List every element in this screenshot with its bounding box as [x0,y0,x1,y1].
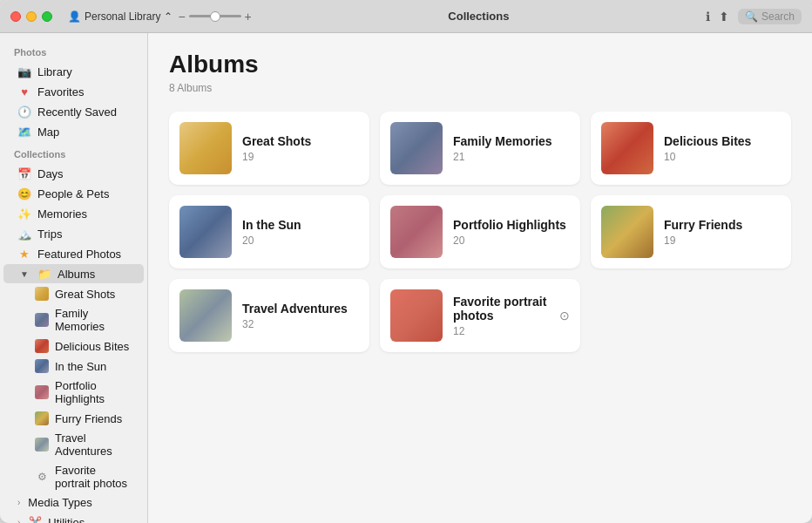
album-card-in-the-sun[interactable]: In the Sun 20 [169,195,369,268]
sidebar-item-favorites-label: Favorites [37,85,84,98]
album-card-great-shots[interactable]: Great Shots 19 [169,112,369,185]
great-shots-info: Great Shots 19 [242,134,359,163]
favorite-portrait-count: 12 [453,325,549,337]
sidebar: Photos 📷 Library ♥ Favorites 🕐 Recently … [0,33,148,523]
search-box[interactable]: 🔍 Search [738,9,802,24]
sidebar-item-recently-saved[interactable]: 🕐 Recently Saved [3,102,144,121]
sidebar-item-albums[interactable]: ▼ 📁 Albums [3,264,144,283]
in-the-sun-mini-thumb [35,359,49,373]
sidebar-item-memories[interactable]: ✨ Memories [3,204,144,223]
album-card-travel-adventures[interactable]: Travel Adventures 32 [169,279,369,352]
favorite-portrait-thumb [390,289,443,342]
sidebar-item-people-pets-label: People & Pets [37,187,109,200]
album-card-favorite-portrait[interactable]: Favorite portrait photos 12 ⊙ [380,279,580,352]
smart-album-icon: ⊙ [559,309,570,323]
in-the-sun-thumb [179,206,232,258]
favorite-portrait-icon: ⚙ [35,470,49,484]
great-shots-thumb [179,122,232,174]
album-card-furry-friends[interactable]: Furry Friends 19 [591,195,791,268]
favorite-portrait-info: Favorite portrait photos 12 [453,295,549,337]
portfolio-info: Portfolio Highlights 20 [453,218,570,247]
album-card-delicious-bites[interactable]: Delicious Bites 10 [591,112,791,185]
main-area: Albums 8 Albums Great Shots 19 Family Me… [148,33,812,523]
days-icon: 📅 [17,166,31,180]
sidebar-child-great-shots[interactable]: Great Shots [3,284,144,303]
portfolio-name: Portfolio Highlights [453,218,570,232]
travel-adventures-thumb [179,289,232,342]
sidebar-item-featured-photos[interactable]: ★ Featured Photos [3,244,144,263]
album-card-family-memories[interactable]: Family Memories 21 [380,112,580,185]
zoom-plus[interactable]: + [245,10,252,24]
sidebar-item-albums-label: Albums [58,268,95,281]
great-shots-count: 19 [242,151,359,163]
delicious-bites-thumb [601,122,653,174]
titlebar-right: ℹ ⬆ 🔍 Search [706,9,802,24]
sidebar-child-travel-adventures[interactable]: Travel Adventures [3,429,144,460]
sidebar-child-portfolio-highlights[interactable]: Portfolio Highlights [3,377,144,408]
sidebar-child-favorite-portrait[interactable]: ⚙ Favorite portrait photos [3,461,144,492]
sidebar-item-library[interactable]: 📷 Library [3,62,144,81]
sidebar-child-family-memories[interactable]: Family Memories [3,304,144,336]
sidebar-item-library-label: Library [37,65,72,78]
delicious-bites-mini-thumb [35,339,49,353]
people-pets-icon: 😊 [17,187,31,200]
media-types-expand-icon: › [17,498,20,507]
furry-friends-mini-thumb [35,411,49,425]
furry-friends-info: Furry Friends 19 [664,218,781,247]
sidebar-item-favorites[interactable]: ♥ Favorites [3,82,144,101]
family-memories-mini-thumb [35,313,49,327]
content: Photos 📷 Library ♥ Favorites 🕐 Recently … [0,33,812,523]
family-memories-info: Family Memories 21 [453,134,570,163]
furry-friends-name: Furry Friends [664,218,781,232]
furry-friends-count: 19 [664,234,781,247]
page-subtitle: 8 Albums [169,82,791,94]
sidebar-item-days[interactable]: 📅 Days [3,164,144,183]
collections-section-header: Collections [0,142,147,163]
zoom-thumb [210,11,220,22]
zoom-control: − + [178,10,251,24]
favorite-portrait-name: Favorite portrait photos [453,295,549,323]
sidebar-item-days-label: Days [37,167,64,180]
sidebar-item-recently-saved-label: Recently Saved [37,105,117,119]
travel-adventures-info: Travel Adventures 32 [242,302,359,330]
maximize-button[interactable] [42,11,52,22]
portfolio-thumb [390,206,443,258]
photos-section-header: Photos [0,40,147,61]
sidebar-item-map[interactable]: 🗺️ Map [3,122,144,141]
page-title: Albums [169,51,791,78]
album-card-portfolio-highlights[interactable]: Portfolio Highlights 20 [380,195,580,268]
sidebar-child-furry-friends[interactable]: Furry Friends [3,409,144,428]
sidebar-item-media-types[interactable]: › Media Types [3,493,144,512]
recently-saved-icon: 🕐 [17,105,31,119]
close-button[interactable] [10,11,21,22]
sidebar-item-trips[interactable]: 🏔️ Trips [3,224,144,243]
featured-photos-icon: ★ [17,247,31,261]
sidebar-child-in-the-sun[interactable]: In the Sun [3,357,144,376]
furry-friends-thumb [601,206,653,258]
portfolio-count: 20 [453,234,570,247]
minimize-button[interactable] [26,11,37,22]
family-memories-thumb [390,122,443,174]
sidebar-child-family-memories-label: Family Memories [55,307,130,333]
zoom-slider[interactable] [189,15,241,17]
info-icon[interactable]: ℹ [706,10,710,24]
chevron-icon: ⌃ [164,10,173,23]
in-the-sun-name: In the Sun [242,218,359,232]
albums-grid: Great Shots 19 Family Memories 21 Delici… [169,112,791,352]
sidebar-child-delicious-bites-label: Delicious Bites [55,340,129,353]
titlebar-left: 👤 Personal Library ⌃ − + [68,10,252,24]
sidebar-child-delicious-bites[interactable]: Delicious Bites [3,336,144,356]
window-title: Collections [448,10,509,23]
zoom-minus[interactable]: − [178,10,185,24]
albums-collapse-icon: ▼ [17,267,31,281]
person-icon: 👤 [68,10,81,23]
share-icon[interactable]: ⬆ [719,10,729,24]
sidebar-item-people-pets[interactable]: 😊 People & Pets [3,184,144,203]
in-the-sun-count: 20 [242,234,359,247]
great-shots-mini-thumb [35,287,49,301]
sidebar-item-trips-label: Trips [37,228,62,241]
utilities-expand-icon: › [17,518,20,524]
sidebar-item-utilities[interactable]: › ✂️ Utilities [3,513,144,523]
travel-adventures-name: Travel Adventures [242,302,359,316]
library-selector[interactable]: 👤 Personal Library ⌃ [68,10,173,23]
